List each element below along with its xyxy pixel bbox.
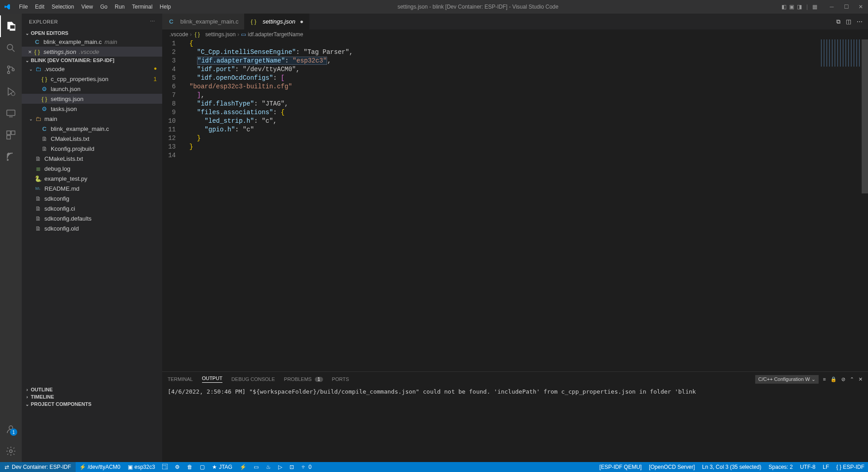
status-item[interactable]: { } ESP-IDF (833, 464, 868, 470)
file-item[interactable]: { }settings.json (22, 94, 162, 104)
activity-explorer[interactable] (0, 15, 22, 37)
toggle-panel-right-icon[interactable]: ◨ (797, 4, 802, 10)
sidebar-more-icon[interactable]: ⋯ (150, 19, 155, 24)
file-item[interactable]: ⚙tasks.json (22, 104, 162, 114)
section-project-components[interactable]: ⌄ PROJECT COMPONENTS (22, 400, 162, 408)
status-item[interactable]: ⿹ (159, 464, 171, 470)
section-timeline[interactable]: › TIMELINE (22, 393, 162, 400)
code-editor[interactable]: 1234567891011121314 { "C_Cpp.intelliSens… (162, 39, 868, 371)
activity-search[interactable] (0, 37, 22, 59)
file-item[interactable]: { }c_cpp_properties.json1 (22, 74, 162, 84)
status-item[interactable]: ▷ (275, 464, 286, 470)
code-content[interactable]: { "C_Cpp.intelliSenseEngine": "Tag Parse… (185, 39, 868, 371)
status-item[interactable]: ▣esp32c3 (124, 464, 159, 470)
svg-rect-6 (7, 110, 15, 116)
minimap[interactable] (821, 39, 862, 67)
chevron-down-icon: ⌄ (24, 58, 31, 63)
menu-run[interactable]: Run (111, 4, 128, 10)
open-editor-item[interactable]: × { } settings.json .vscode (22, 47, 162, 57)
breadcrumb-item[interactable]: .vscode (169, 31, 188, 38)
tab-settings-json[interactable]: { } settings.json ● (245, 14, 309, 29)
editor-more-icon[interactable]: ⋯ (857, 18, 863, 25)
section-workspace[interactable]: ⌄ BLINK [DEV CONTAINER: ESP-IDF] (22, 57, 162, 64)
breadcrumb-item[interactable]: idf.adapterTargetName (248, 31, 303, 38)
status-remote[interactable]: ⇄ Dev Container: ESP-IDF (0, 462, 76, 472)
status-item[interactable]: UTF-8 (796, 464, 819, 470)
activity-settings[interactable] (0, 440, 22, 462)
file-item[interactable]: Cblink_example_main.c (22, 124, 162, 134)
activity-espressif[interactable] (0, 146, 22, 168)
minimize-button[interactable]: ─ (828, 4, 835, 10)
file-item[interactable]: 🗎CMakeLists.txt (22, 154, 162, 164)
section-open-editors[interactable]: ⌄ OPEN EDITORS (22, 29, 162, 37)
file-item[interactable]: M↓README.md (22, 183, 162, 193)
panel-tab-problems[interactable]: PROBLEMS 1 (284, 376, 323, 382)
status-item[interactable]: ♨ (262, 464, 275, 470)
output-channel-select[interactable]: C/C++ Configuration W ⌄ (755, 375, 819, 384)
breadcrumb-item[interactable]: settings.json (205, 31, 236, 38)
tab-modified-dot-icon[interactable]: ● (300, 18, 304, 25)
panel-clear-icon[interactable]: ⊘ (841, 376, 845, 382)
section-outline[interactable]: › OUTLINE (22, 386, 162, 393)
scrollbar-vertical[interactable] (862, 39, 868, 371)
status-item[interactable]: LF (819, 464, 833, 470)
panel-maximize-icon[interactable]: ⌃ (850, 376, 854, 382)
activity-source-control[interactable] (0, 59, 22, 81)
file-item[interactable]: 🗎sdkconfig.defaults (22, 213, 162, 223)
activity-accounts[interactable]: 1 (0, 419, 22, 440)
customize-layout-icon[interactable]: ▦ (812, 4, 817, 10)
status-item[interactable]: ᯤ0 (298, 464, 315, 470)
menu-edit[interactable]: Edit (31, 4, 48, 10)
menu-help[interactable]: Help (156, 4, 175, 10)
status-item[interactable]: ⚡/dev/ttyACM0 (76, 464, 124, 470)
folder-item[interactable]: ⌄🗀.vscode• (22, 64, 162, 74)
file-item[interactable]: 🗎sdkconfig (22, 193, 162, 203)
output-content[interactable]: [4/6/2022, 2:50:46 PM] "${workspaceFolde… (162, 386, 868, 462)
panel-filter-icon[interactable]: ≡ (823, 376, 826, 382)
panel-tab-terminal[interactable]: TERMINAL (168, 376, 193, 382)
status-item[interactable]: Ln 3, Col 3 (35 selected) (699, 464, 765, 470)
status-item[interactable]: 🗑 (183, 464, 196, 470)
status-item[interactable]: ★JTAG (208, 464, 236, 470)
close-editor-icon[interactable]: × (26, 48, 34, 55)
maximize-button[interactable]: ☐ (843, 4, 850, 10)
activity-remote-explorer[interactable] (0, 102, 22, 124)
activity-run-debug[interactable] (0, 81, 22, 102)
file-item[interactable]: 🐍example_test.py (22, 173, 162, 183)
tab-blink-example-main[interactable]: C blink_example_main.c (162, 14, 245, 29)
open-editor-item[interactable]: C blink_example_main.c main (22, 37, 162, 47)
status-item[interactable]: ⊡ (286, 464, 298, 470)
status-item[interactable]: [ESP-IDF QEMU] (596, 464, 645, 470)
file-item[interactable]: 🗎sdkconfig.ci (22, 203, 162, 213)
editor-split-icon[interactable]: ◫ (846, 18, 851, 25)
menu-terminal[interactable]: Terminal (128, 4, 156, 10)
panel-tab-output[interactable]: OUTPUT (202, 376, 222, 383)
status-item[interactable]: ⚙ (171, 464, 183, 470)
status-item[interactable]: Spaces: 2 (765, 464, 796, 470)
file-item[interactable]: 🗎sdkconfig.old (22, 223, 162, 233)
status-item[interactable]: ▢ (196, 464, 208, 470)
editor-compare-icon[interactable]: ⧉ (836, 18, 840, 25)
breadcrumb[interactable]: .vscode › { } settings.json › ▭ idf.adap… (162, 29, 868, 39)
panel-tab-debug-console[interactable]: DEBUG CONSOLE (231, 376, 275, 382)
menu-view[interactable]: View (77, 4, 96, 10)
menu-go[interactable]: Go (96, 4, 111, 10)
toggle-panel-bottom-icon[interactable]: ▣ (789, 4, 794, 10)
file-item[interactable]: ⚙launch.json (22, 84, 162, 94)
file-item[interactable]: ≣debug.log (22, 164, 162, 173)
scrollbar-thumb[interactable] (862, 39, 868, 193)
toggle-panel-left-icon[interactable]: ◧ (781, 4, 786, 10)
status-item[interactable]: [OpenOCD Server] (645, 464, 698, 470)
menu-selection[interactable]: Selection (48, 4, 77, 10)
panel-tab-ports[interactable]: PORTS (332, 376, 349, 382)
folder-item[interactable]: ⌄🗀main (22, 114, 162, 124)
file-item[interactable]: 🗎CMakeLists.txt (22, 134, 162, 144)
panel-close-icon[interactable]: ✕ (858, 376, 863, 382)
status-item[interactable]: ▭ (250, 464, 262, 470)
status-item[interactable]: ⚡ (236, 464, 250, 470)
panel-lock-icon[interactable]: 🔒 (830, 376, 837, 382)
activity-extensions[interactable] (0, 124, 22, 146)
menu-file[interactable]: File (15, 4, 31, 10)
file-item[interactable]: 🗎Kconfig.projbuild (22, 144, 162, 154)
close-button[interactable]: ✕ (857, 4, 864, 10)
